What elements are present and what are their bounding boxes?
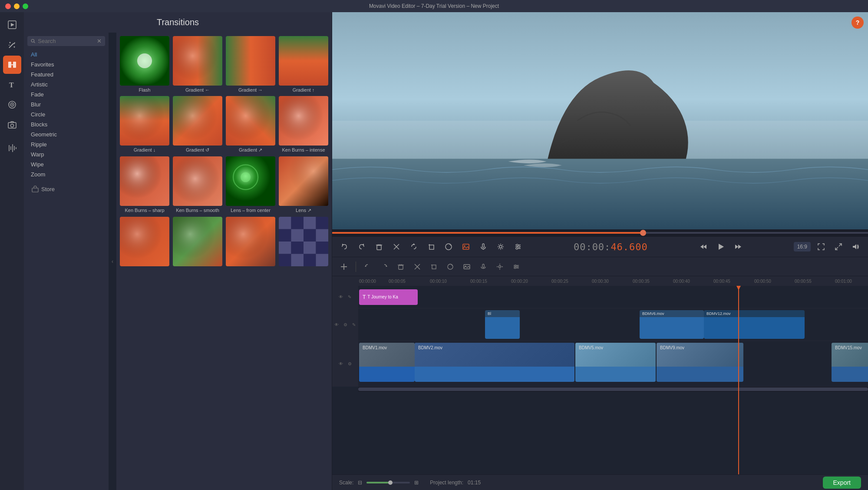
category-zoom[interactable]: Zoom	[27, 169, 105, 179]
text-track-edit-button[interactable]: ✎	[346, 294, 353, 301]
transition-gradient-up[interactable]: Gradient ↑	[279, 36, 328, 93]
delete-button[interactable]	[372, 240, 386, 254]
category-all[interactable]: All	[27, 50, 105, 60]
tool-filters[interactable]	[3, 96, 21, 114]
main-clip-bdmv9[interactable]: BDMV9.mov	[657, 343, 743, 382]
store-button[interactable]: Store	[27, 183, 105, 195]
transition-partial1[interactable]	[120, 217, 169, 268]
skip-forward-button[interactable]	[731, 240, 745, 254]
add-media-button[interactable]	[337, 260, 350, 273]
play-button[interactable]	[714, 240, 728, 254]
svg-line-22	[34, 42, 35, 43]
category-artistic[interactable]: Artistic	[27, 79, 105, 89]
scale-slider[interactable]	[366, 482, 410, 483]
tool-transitions[interactable]	[3, 56, 21, 74]
text-track-visibility-button[interactable]: 👁	[337, 294, 344, 301]
aspect-ratio-button[interactable]: 16:9	[794, 242, 811, 252]
category-blur[interactable]: Blur	[27, 99, 105, 109]
timeline-redo-button[interactable]	[378, 260, 391, 273]
redo-button[interactable]	[355, 240, 369, 254]
image-button[interactable]	[459, 240, 473, 254]
timeline-scrollbar[interactable]	[358, 387, 868, 392]
volume-button[interactable]	[849, 240, 863, 254]
timeline-settings-button[interactable]	[493, 260, 506, 273]
collapse-panel-button[interactable]: ‹	[109, 33, 116, 490]
export-button[interactable]: Export	[823, 477, 861, 489]
timeline-crop-button[interactable]	[427, 260, 440, 273]
maximize-button[interactable]	[23, 3, 28, 9]
tool-text[interactable]: T	[3, 76, 21, 94]
effects-button[interactable]	[511, 240, 525, 254]
timeline-effects-button[interactable]	[510, 260, 523, 273]
transition-gradient-ccw[interactable]: Gradient ↺	[173, 96, 222, 153]
main-clip-bdmv15[interactable]: BDMV15.mov	[832, 343, 868, 382]
timeline-delete-button[interactable]	[394, 260, 407, 273]
category-fade[interactable]: Fade	[27, 89, 105, 99]
tool-camera[interactable]	[3, 116, 21, 134]
category-featured[interactable]: Featured	[27, 70, 105, 79]
broll-track-edit-button[interactable]: ✎	[350, 321, 357, 328]
timeline-scrollbar-thumb[interactable]	[358, 387, 868, 391]
timeline-color-button[interactable]	[444, 260, 457, 273]
main-clip-bdmv2[interactable]: BDMV2.mov	[415, 343, 574, 382]
search-input[interactable]	[38, 38, 94, 44]
transition-gradient-ccw-thumb	[173, 96, 222, 146]
category-favorites[interactable]: Favorites	[27, 60, 105, 70]
broll-track-settings-button[interactable]: ⚙	[342, 321, 349, 328]
transition-ken-burns-smooth[interactable]: Ken Burns – smooth	[173, 156, 222, 213]
timeline-undo-button[interactable]	[361, 260, 374, 273]
cut-button[interactable]	[389, 240, 403, 254]
transition-gradient-cw[interactable]: Gradient ↗	[226, 96, 275, 153]
transition-mosaic[interactable]	[279, 217, 328, 268]
settings-button[interactable]	[494, 240, 508, 254]
category-circle[interactable]: Circle	[27, 109, 105, 119]
transition-gradient-right[interactable]: Gradient →	[226, 36, 275, 93]
category-wipe[interactable]: Wipe	[27, 159, 105, 169]
transition-gradient-left[interactable]: Gradient ←	[173, 36, 222, 93]
broll-clip-bdmv6[interactable]: BDMV6.mov	[640, 310, 704, 339]
scale-icon-right[interactable]: ⊞	[414, 480, 419, 486]
category-warp[interactable]: Warp	[27, 149, 105, 159]
broll-clip-bl[interactable]: Bl	[485, 310, 520, 339]
minimize-button[interactable]	[14, 3, 20, 9]
main-clip-bdmv5[interactable]: BDMV5.mov	[575, 343, 656, 382]
broll-clip-bdmv12[interactable]: BDMV12.mov	[704, 310, 805, 339]
expand-button[interactable]	[832, 240, 845, 254]
main-track-settings-button[interactable]: ⚙	[346, 360, 353, 367]
transition-flash[interactable]: Flash	[120, 36, 169, 93]
transition-partial3[interactable]	[226, 217, 275, 268]
crop-button[interactable]	[424, 240, 438, 254]
transition-partial2[interactable]	[173, 217, 222, 268]
tool-media[interactable]	[3, 16, 21, 34]
timeline-cut-button[interactable]	[411, 260, 424, 273]
broll-track-visibility-button[interactable]: 👁	[333, 321, 340, 328]
search-clear-button[interactable]: ✕	[97, 38, 102, 44]
help-button[interactable]: ?	[851, 17, 864, 29]
transition-lens-center[interactable]: Lens – from center	[226, 156, 275, 213]
main-clip-bdmv1[interactable]: BDMV1.mov	[359, 343, 415, 382]
category-blocks[interactable]: Blocks	[27, 119, 105, 129]
undo-button[interactable]	[337, 240, 351, 254]
tool-magic[interactable]	[3, 36, 21, 54]
timeline-audio-button[interactable]	[477, 260, 490, 273]
fullscreen-button[interactable]	[814, 240, 828, 254]
search-bar[interactable]: ✕	[27, 36, 105, 46]
text-clip[interactable]: T T Journey to Ka	[359, 289, 418, 305]
progress-bar[interactable]	[332, 229, 868, 236]
skip-back-button[interactable]	[696, 240, 710, 254]
scale-icon-left[interactable]: ⊟	[358, 480, 362, 486]
rotate-button[interactable]	[407, 240, 421, 254]
timeline-image-button[interactable]	[460, 260, 473, 273]
close-button[interactable]	[5, 3, 11, 9]
audio-record-button[interactable]	[476, 240, 490, 254]
main-track-visibility-button[interactable]: 👁	[337, 360, 344, 367]
transition-ken-burns-sharp[interactable]: Ken Burns – sharp	[120, 156, 169, 213]
tool-audio[interactable]	[3, 139, 21, 157]
category-geometric[interactable]: Geometric	[27, 129, 105, 139]
transition-gradient-down[interactable]: Gradient ↓	[120, 96, 169, 153]
color-button[interactable]	[442, 240, 455, 254]
transition-lens-diag[interactable]: Lens ↗	[279, 156, 328, 213]
category-ripple[interactable]: Ripple	[27, 139, 105, 149]
transition-ken-burns-intense[interactable]: Ken Burns – intense	[279, 96, 328, 153]
progress-thumb[interactable]	[640, 230, 646, 236]
